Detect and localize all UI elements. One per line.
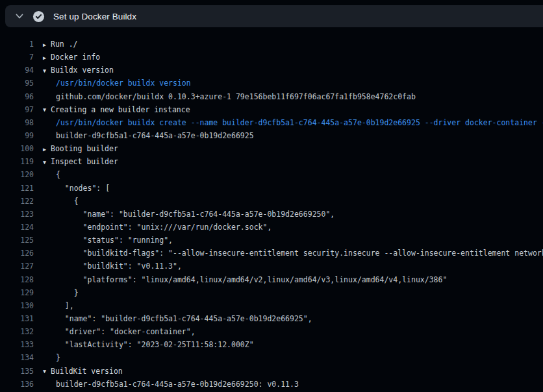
log-line: 1▶Run ./ <box>0 38 543 51</box>
log-group-header[interactable]: ▼Inspect builder <box>43 155 118 168</box>
log-line: 94▼Buildx version <box>0 64 543 77</box>
triangle-right-icon[interactable]: ▶ <box>43 38 51 51</box>
log-text: "name": "builder-d9cfb5a1-c764-445a-a57e… <box>43 208 335 221</box>
line-number[interactable]: 95 <box>0 77 34 90</box>
log-text: "status": "running", <box>43 234 173 247</box>
line-number[interactable]: 97 <box>0 103 34 116</box>
log-text: { <box>43 168 60 181</box>
log-line: 136builder-d9cfb5a1-c764-445a-a57e-0b19d… <box>0 378 543 391</box>
triangle-down-icon[interactable]: ▼ <box>43 365 51 378</box>
log-line: 119▼Inspect builder <box>0 155 543 168</box>
log-line: 127 "buildkit": "v0.11.3", <box>0 260 543 273</box>
log-line: 133 "lastActivity": "2023-02-25T11:58:12… <box>0 338 543 351</box>
log-line: 125 "status": "running", <box>0 234 543 247</box>
log-group-header[interactable]: ▶Booting builder <box>43 142 118 155</box>
line-number[interactable]: 128 <box>0 273 34 286</box>
line-number[interactable]: 134 <box>0 351 34 364</box>
triangle-down-icon[interactable]: ▼ <box>43 156 51 169</box>
line-number[interactable]: 127 <box>0 260 34 273</box>
step-header[interactable]: Set up Docker Buildx <box>5 5 543 27</box>
log-group-header[interactable]: ▼Creating a new builder instance <box>43 103 190 116</box>
log-text: "driver": "docker-container", <box>43 325 196 338</box>
log-text: builder-d9cfb5a1-c764-445a-a57e-0b19d2e6… <box>43 129 254 142</box>
line-number[interactable]: 131 <box>0 312 34 325</box>
log-text: "nodes": [ <box>43 182 110 195</box>
log-line: 130 ], <box>0 299 543 312</box>
group-title: Inspect builder <box>51 157 118 166</box>
log-text: "platforms": "linux/amd64,linux/amd64/v2… <box>43 273 447 286</box>
log-line: 126 "buildkitd-flags": "--allow-insecure… <box>0 247 543 260</box>
line-number[interactable]: 98 <box>0 116 34 129</box>
line-number[interactable]: 135 <box>0 365 34 378</box>
check-circle-icon <box>32 10 45 23</box>
log-text: } <box>43 286 79 299</box>
group-title: Creating a new builder instance <box>51 105 190 114</box>
line-number[interactable]: 7 <box>0 51 34 64</box>
triangle-right-icon[interactable]: ▶ <box>43 143 51 156</box>
log-line: 97▼Creating a new builder instance <box>0 103 543 116</box>
group-title: Docker info <box>51 53 100 62</box>
log-line: 100▶Booting builder <box>0 142 543 155</box>
log-text: { <box>43 195 79 208</box>
log-text: /usr/bin/docker buildx version <box>43 77 191 90</box>
log-line: 134} <box>0 351 543 364</box>
group-title: Run ./ <box>51 40 78 49</box>
log-text: "lastActivity": "2023-02-25T11:58:12.000… <box>43 338 254 351</box>
line-number[interactable]: 96 <box>0 90 34 103</box>
chevron-down-icon[interactable] <box>14 11 25 21</box>
log-line: 129 } <box>0 286 543 299</box>
line-number[interactable]: 129 <box>0 286 34 299</box>
line-number[interactable]: 124 <box>0 221 34 234</box>
log-line: 98/usr/bin/docker buildx create --name b… <box>0 116 543 129</box>
group-title: Booting builder <box>51 144 118 153</box>
triangle-right-icon[interactable]: ▶ <box>43 51 51 64</box>
line-number[interactable]: 122 <box>0 195 34 208</box>
line-number[interactable]: 100 <box>0 142 34 155</box>
line-number[interactable]: 136 <box>0 378 34 391</box>
line-number[interactable]: 119 <box>0 155 34 168</box>
log-text: github.com/docker/buildx 0.10.3+azure-1 … <box>43 90 416 103</box>
line-number[interactable]: 126 <box>0 247 34 260</box>
log-line: 131 "name": "builder-d9cfb5a1-c764-445a-… <box>0 312 543 325</box>
log-group-header[interactable]: ▶Run ./ <box>43 38 78 51</box>
log-group-header[interactable]: ▶Docker info <box>43 51 100 64</box>
log-text: } <box>43 351 60 364</box>
log-viewer: 1▶Run ./7▶Docker info94▼Buildx version95… <box>0 27 543 392</box>
step-title: Set up Docker Buildx <box>53 12 136 21</box>
log-group-header[interactable]: ▼Buildx version <box>43 64 114 77</box>
line-number[interactable]: 1 <box>0 38 34 51</box>
line-number[interactable]: 120 <box>0 168 34 181</box>
log-line: 128 "platforms": "linux/amd64,linux/amd6… <box>0 273 543 286</box>
line-number[interactable]: 121 <box>0 182 34 195</box>
log-line: 124 "endpoint": "unix:///var/run/docker.… <box>0 221 543 234</box>
log-line: 96github.com/docker/buildx 0.10.3+azure-… <box>0 90 543 103</box>
log-line: 99builder-d9cfb5a1-c764-445a-a57e-0b19d2… <box>0 129 543 142</box>
log-line: 123 "name": "builder-d9cfb5a1-c764-445a-… <box>0 208 543 221</box>
line-number[interactable]: 133 <box>0 338 34 351</box>
group-title: Buildx version <box>51 66 114 75</box>
line-number[interactable]: 132 <box>0 325 34 338</box>
log-text: "name": "builder-d9cfb5a1-c764-445a-a57e… <box>43 312 312 325</box>
log-text: builder-d9cfb5a1-c764-445a-a57e-0b19d2e6… <box>43 378 299 391</box>
line-number[interactable]: 125 <box>0 234 34 247</box>
log-line: 132 "driver": "docker-container", <box>0 325 543 338</box>
triangle-down-icon[interactable]: ▼ <box>43 64 51 77</box>
triangle-down-icon[interactable]: ▼ <box>43 103 51 116</box>
log-text: /usr/bin/docker buildx create --name bui… <box>43 116 543 129</box>
line-number[interactable]: 130 <box>0 299 34 312</box>
log-line: 122 { <box>0 195 543 208</box>
line-number[interactable]: 123 <box>0 208 34 221</box>
log-text: "buildkitd-flags": "--allow-insecure-ent… <box>43 247 543 260</box>
log-text: ], <box>43 299 74 312</box>
group-title: BuildKit version <box>51 367 123 376</box>
log-line: 120{ <box>0 168 543 181</box>
log-line: 7▶Docker info <box>0 51 543 64</box>
log-group-header[interactable]: ▼BuildKit version <box>43 365 123 378</box>
log-line: 135▼BuildKit version <box>0 365 543 378</box>
line-number[interactable]: 99 <box>0 129 34 142</box>
line-number[interactable]: 94 <box>0 64 34 77</box>
log-line: 121 "nodes": [ <box>0 182 543 195</box>
log-text: "buildkit": "v0.11.3", <box>43 260 182 273</box>
log-line: 95/usr/bin/docker buildx version <box>0 77 543 90</box>
log-text: "endpoint": "unix:///var/run/docker.sock… <box>43 221 272 234</box>
